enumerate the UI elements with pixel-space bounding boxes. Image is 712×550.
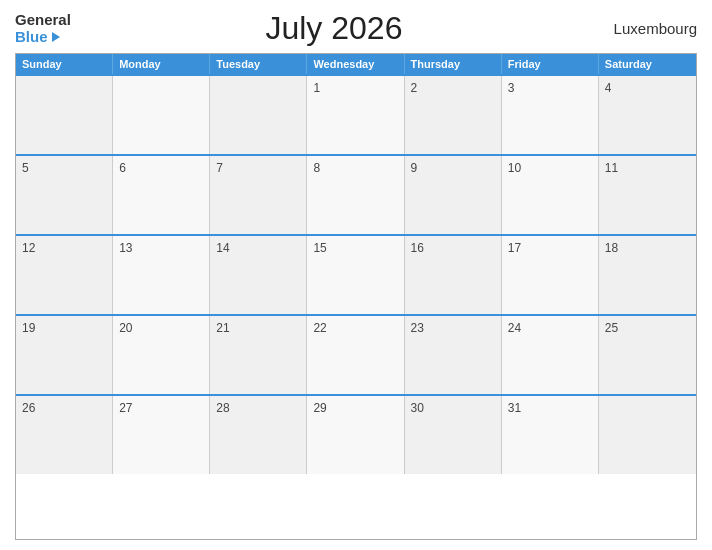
header-wednesday: Wednesday [307, 54, 404, 74]
header-friday: Friday [502, 54, 599, 74]
day-16: 16 [405, 236, 502, 314]
day-15: 15 [307, 236, 404, 314]
header-tuesday: Tuesday [210, 54, 307, 74]
weeks-container: 1 2 3 4 5 6 7 8 9 10 11 12 13 14 15 16 [16, 74, 696, 474]
day-24: 24 [502, 316, 599, 394]
day-5: 5 [16, 156, 113, 234]
week-row-5: 26 27 28 29 30 31 [16, 394, 696, 474]
day-22: 22 [307, 316, 404, 394]
day-empty [210, 76, 307, 154]
day-28: 28 [210, 396, 307, 474]
day-23: 23 [405, 316, 502, 394]
day-9: 9 [405, 156, 502, 234]
day-26: 26 [16, 396, 113, 474]
header-saturday: Saturday [599, 54, 696, 74]
page: General Blue July 2026 Luxembourg Sunday… [0, 0, 712, 550]
day-3: 3 [502, 76, 599, 154]
week-row-4: 19 20 21 22 23 24 25 [16, 314, 696, 394]
day-20: 20 [113, 316, 210, 394]
calendar: Sunday Monday Tuesday Wednesday Thursday… [15, 53, 697, 540]
header-thursday: Thursday [405, 54, 502, 74]
day-11: 11 [599, 156, 696, 234]
day-13: 13 [113, 236, 210, 314]
day-19: 19 [16, 316, 113, 394]
day-30: 30 [405, 396, 502, 474]
day-2: 2 [405, 76, 502, 154]
day-17: 17 [502, 236, 599, 314]
day-31: 31 [502, 396, 599, 474]
logo-blue-text: Blue [15, 29, 71, 46]
day-1: 1 [307, 76, 404, 154]
week-row-3: 12 13 14 15 16 17 18 [16, 234, 696, 314]
day-25: 25 [599, 316, 696, 394]
day-14: 14 [210, 236, 307, 314]
logo-general-text: General [15, 12, 71, 29]
week-row-1: 1 2 3 4 [16, 74, 696, 154]
day-21: 21 [210, 316, 307, 394]
day-7: 7 [210, 156, 307, 234]
calendar-title: July 2026 [71, 10, 597, 47]
day-27: 27 [113, 396, 210, 474]
day-29: 29 [307, 396, 404, 474]
day-4: 4 [599, 76, 696, 154]
header: General Blue July 2026 Luxembourg [15, 10, 697, 47]
day-18: 18 [599, 236, 696, 314]
header-sunday: Sunday [16, 54, 113, 74]
day-12: 12 [16, 236, 113, 314]
day-10: 10 [502, 156, 599, 234]
day-empty [113, 76, 210, 154]
day-empty [16, 76, 113, 154]
header-monday: Monday [113, 54, 210, 74]
day-8: 8 [307, 156, 404, 234]
country-label: Luxembourg [597, 20, 697, 37]
day-6: 6 [113, 156, 210, 234]
week-row-2: 5 6 7 8 9 10 11 [16, 154, 696, 234]
logo-triangle-icon [52, 32, 60, 42]
calendar-header: Sunday Monday Tuesday Wednesday Thursday… [16, 54, 696, 74]
day-empty [599, 396, 696, 474]
logo: General Blue [15, 12, 71, 45]
